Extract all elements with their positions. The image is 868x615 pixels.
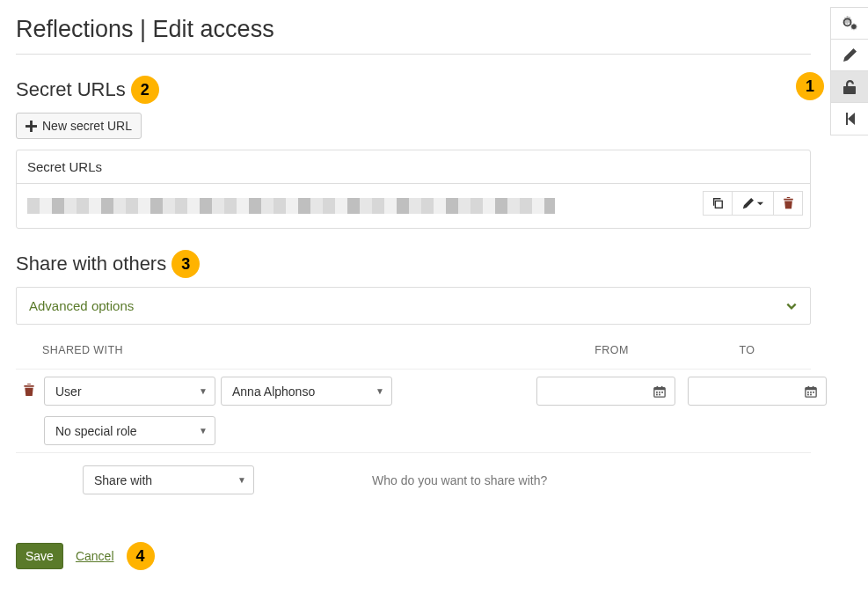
callout-4: 4 (127, 542, 155, 570)
toolbar-edit[interactable] (831, 40, 868, 71)
callout-3: 3 (171, 250, 200, 278)
share-table-header: SHARED WITH FROM TO (16, 332, 811, 369)
share-to-date[interactable] (688, 377, 827, 406)
copy-icon (711, 197, 724, 209)
pencil-icon (742, 198, 754, 209)
new-secret-url-button[interactable]: New secret URL (16, 113, 142, 139)
new-secret-url-label: New secret URL (42, 119, 132, 133)
advanced-options-label: Advanced options (29, 298, 134, 313)
pencil-icon (842, 48, 857, 62)
chevron-down-icon (785, 300, 798, 312)
share-type-value: User (55, 384, 82, 399)
secret-urls-heading: Secret URLs 2 (16, 76, 811, 104)
svg-rect-3 (715, 201, 722, 208)
col-from: FROM (535, 344, 689, 356)
share-table: SHARED WITH FROM TO User ▼ Anna Alphonso… (16, 332, 811, 510)
svg-rect-17 (807, 392, 809, 393)
form-footer: Save Cancel 4 (16, 542, 811, 570)
page-action-toolbar (830, 7, 868, 135)
callout-1: 1 (796, 72, 824, 100)
step-backward-icon (843, 112, 856, 126)
svg-rect-8 (656, 392, 658, 393)
svg-rect-9 (659, 392, 660, 393)
edit-url-button[interactable] (732, 191, 774, 216)
share-row: User ▼ Anna Alphonso ▼ No special role ▼ (16, 369, 811, 452)
share-add-row: Share with ▼ Who do you want to share wi… (16, 452, 811, 510)
caret-down-icon: ▼ (199, 386, 208, 396)
cancel-link[interactable]: Cancel (76, 549, 114, 563)
calendar-icon (653, 385, 666, 398)
svg-rect-15 (808, 385, 810, 388)
remove-share-button[interactable] (19, 377, 39, 397)
share-role-value: No special role (55, 424, 137, 438)
svg-rect-5 (654, 387, 665, 390)
svg-rect-21 (810, 393, 812, 395)
trash-icon (783, 197, 794, 209)
share-with-select[interactable]: Share with ▼ (83, 465, 254, 494)
share-person-select[interactable]: Anna Alphonso ▼ (221, 377, 392, 406)
gears-icon (841, 16, 858, 32)
save-button[interactable]: Save (16, 543, 63, 569)
svg-rect-2 (26, 125, 37, 128)
share-from-date[interactable] (536, 377, 675, 406)
share-person-value: Anna Alphonso (232, 384, 315, 399)
secret-urls-heading-text: Secret URLs (16, 78, 126, 101)
share-role-select[interactable]: No special role ▼ (44, 416, 215, 445)
secret-url-actions (704, 191, 803, 216)
svg-rect-6 (657, 385, 659, 388)
col-shared-with: SHARED WITH (42, 344, 535, 356)
advanced-options-toggle[interactable]: Advanced options (16, 287, 811, 325)
svg-rect-7 (661, 385, 663, 388)
svg-rect-14 (806, 387, 816, 390)
svg-rect-18 (810, 392, 812, 393)
secret-url-value-redacted (27, 198, 555, 214)
svg-rect-20 (807, 393, 809, 395)
col-to: TO (689, 344, 806, 356)
svg-rect-10 (661, 392, 663, 393)
copy-url-button[interactable] (703, 191, 733, 216)
chevron-down-icon (756, 200, 764, 208)
secret-urls-panel: Secret URLs (16, 150, 811, 229)
secret-urls-panel-title: Secret URLs (17, 150, 810, 184)
caret-down-icon: ▼ (376, 386, 384, 396)
svg-rect-11 (656, 393, 658, 395)
share-heading: Share with others 3 (16, 250, 811, 278)
toolbar-settings[interactable] (831, 8, 868, 40)
page-title: Reflections | Edit access (16, 16, 811, 55)
toolbar-back[interactable] (831, 103, 868, 135)
caret-down-icon: ▼ (237, 475, 246, 485)
calendar-icon (805, 385, 817, 398)
caret-down-icon: ▼ (199, 426, 208, 436)
delete-url-button[interactable] (773, 191, 803, 216)
lock-open-icon (842, 79, 857, 95)
share-type-select[interactable]: User ▼ (44, 377, 215, 406)
share-with-label: Share with (94, 473, 152, 487)
svg-rect-19 (813, 392, 814, 393)
svg-rect-16 (813, 385, 814, 388)
plus-icon (26, 121, 37, 132)
svg-rect-12 (659, 393, 660, 395)
toolbar-edit-access[interactable] (831, 71, 868, 103)
share-with-hint: Who do you want to share with? (372, 473, 547, 487)
callout-2: 2 (131, 76, 159, 104)
share-heading-text: Share with others (16, 253, 166, 275)
